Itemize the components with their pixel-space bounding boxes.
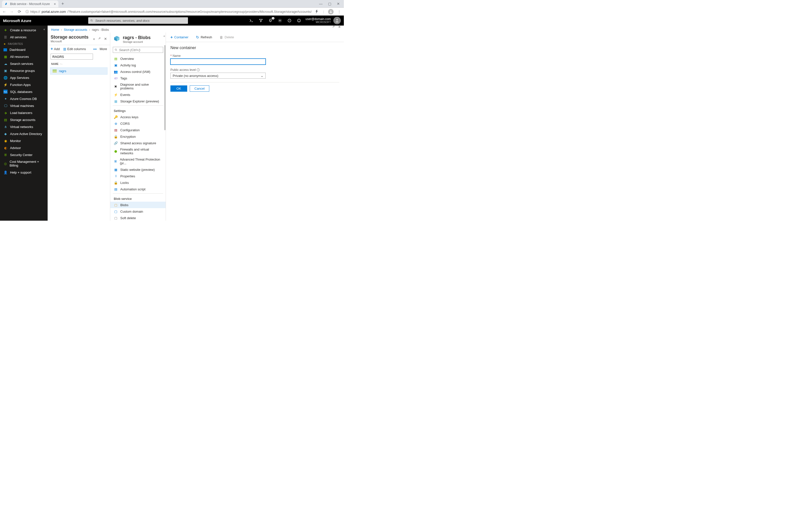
menu-atp[interactable]: ⛨Advanced Threat Protection (pr... xyxy=(110,156,166,166)
more-button[interactable]: ••• More xyxy=(93,47,107,51)
browser-profile-icon[interactable] xyxy=(328,9,334,15)
close-blade-icon[interactable]: ✕ xyxy=(104,37,107,41)
new-tab-button[interactable]: + xyxy=(61,1,64,6)
url-host: portal.azure.com xyxy=(42,10,66,14)
menu-encryption[interactable]: 🔒Encryption xyxy=(110,133,166,140)
menu-blobs[interactable]: ▢Blobs xyxy=(110,202,166,208)
menu-sas[interactable]: 🔗Shared access signature xyxy=(110,140,166,146)
content-pin-icon[interactable] xyxy=(332,25,335,29)
nav-cosmos-db[interactable]: ✦Azure Cosmos DB xyxy=(0,95,48,102)
add-button[interactable]: +Add xyxy=(51,47,60,51)
menu-configuration[interactable]: ▤Configuration xyxy=(110,127,166,133)
collapse-blade-icon[interactable]: « xyxy=(93,37,95,41)
name-label: Name xyxy=(173,54,181,58)
nav-all-services[interactable]: ☰ All services xyxy=(0,33,48,41)
column-header-name[interactable]: NAME xyxy=(51,63,59,65)
menu-activity-log[interactable]: ▣Activity log xyxy=(110,62,166,68)
tag-icon: 🏷 xyxy=(114,76,118,80)
firewall-icon: ⬣ xyxy=(114,149,118,153)
nav-function-apps[interactable]: ⚡Function Apps xyxy=(0,81,48,88)
settings-icon[interactable] xyxy=(278,18,282,23)
pin-icon[interactable] xyxy=(98,37,101,41)
cloud-shell-icon[interactable] xyxy=(249,18,254,23)
sidebar-collapse-icon[interactable]: « xyxy=(43,27,45,31)
info-icon[interactable]: i xyxy=(197,68,200,71)
nav-virtual-networks[interactable]: ⋔Virtual networks xyxy=(0,123,48,130)
user-tenant: MICROSOFT xyxy=(306,21,331,24)
nav-sql-databases[interactable]: SQLSQL databases xyxy=(0,88,48,95)
address-bar[interactable]: ⓘ https://portal.azure.com/?feature.cust… xyxy=(25,9,312,14)
nav-resource-groups[interactable]: ▣Resource groups xyxy=(0,67,48,74)
menu-cors[interactable]: ⊛CORS xyxy=(110,120,166,127)
nav-azure-ad[interactable]: ◆Azure Active Directory xyxy=(0,130,48,137)
directory-filter-icon[interactable] xyxy=(258,18,263,23)
cancel-button[interactable]: Cancel xyxy=(190,85,209,92)
menu-automation[interactable]: ▤Automation script xyxy=(110,186,166,192)
breadcrumb-home[interactable]: Home xyxy=(51,28,59,31)
resource-menu-search[interactable]: Search (Ctrl+/) xyxy=(113,47,163,53)
nav-dashboard[interactable]: Dashboard xyxy=(0,46,48,53)
nav-app-services[interactable]: 🌐App Services xyxy=(0,74,48,81)
browser-tab[interactable]: Blob service - Microsoft Azure × xyxy=(2,0,59,7)
menu-tags[interactable]: 🏷Tags xyxy=(110,75,166,82)
menu-firewalls[interactable]: ⬣Firewalls and virtual networks xyxy=(110,146,166,156)
nav-security-center[interactable]: ⛨Security Center xyxy=(0,151,48,158)
nav-search-services[interactable]: ☁Search services xyxy=(0,60,48,67)
content-close-icon[interactable]: ✕ xyxy=(338,25,341,29)
menu-static-website[interactable]: ▦Static website (preview) xyxy=(110,166,166,173)
global-search[interactable]: Search resources, services, and docs xyxy=(88,17,188,24)
overview-icon: ▤ xyxy=(114,56,118,61)
menu-iam[interactable]: 👥Access control (IAM) xyxy=(110,68,166,75)
menu-locks[interactable]: 🔒Locks xyxy=(110,179,166,186)
add-container-button[interactable]: + Container xyxy=(169,34,190,41)
scrollbar[interactable] xyxy=(164,45,166,130)
chevron-down-icon: ⌄ xyxy=(261,74,263,78)
back-icon[interactable]: ← xyxy=(2,9,6,14)
dashboard-icon xyxy=(3,48,7,51)
delete-button[interactable]: 🗑 Delete xyxy=(218,34,236,40)
reload-icon[interactable]: ⟳ xyxy=(17,9,22,14)
window-close-icon[interactable]: ✕ xyxy=(337,2,340,6)
tab-close-icon[interactable]: × xyxy=(54,2,56,6)
window-maximize-icon[interactable]: ▢ xyxy=(328,2,331,6)
nav-monitor[interactable]: ◉Monitor xyxy=(0,137,48,144)
global-search-placeholder: Search resources, services, and docs xyxy=(95,19,150,23)
menu-soft-delete[interactable]: ▢Soft delete xyxy=(110,215,166,221)
sort-icon[interactable]: ↑↓ xyxy=(60,63,62,65)
nav-all-resources[interactable]: ▦All resources xyxy=(0,53,48,60)
menu-properties[interactable]: ⦀Properties xyxy=(110,173,166,179)
access-level-select[interactable]: Private (no anonymous access) ⌄ xyxy=(170,73,266,78)
browser-menu-icon[interactable]: ⋮ xyxy=(337,10,341,14)
menu-diagnose[interactable]: ✖Diagnose and solve problems xyxy=(110,82,166,91)
storage-account-row[interactable]: ragrs xyxy=(50,67,108,75)
refresh-button[interactable]: ↻ Refresh xyxy=(195,34,214,41)
extension-icon[interactable] xyxy=(315,9,319,14)
notifications-icon[interactable]: 1 xyxy=(268,18,273,23)
nav-virtual-machines[interactable]: 🖵Virtual machines xyxy=(0,102,48,109)
azure-brand[interactable]: Microsoft Azure xyxy=(3,19,31,23)
nav-cost-mgmt[interactable]: ◎Cost Management + Billing xyxy=(0,158,48,169)
breadcrumb-storage-accounts[interactable]: Storage accounts xyxy=(64,28,87,31)
menu-custom-domain[interactable]: ▢Custom domain xyxy=(110,208,166,215)
nav-help-support[interactable]: 👤Help + support xyxy=(0,169,48,176)
menu-storage-explorer[interactable]: ▦Storage Explorer (preview) xyxy=(110,98,166,105)
feedback-icon[interactable] xyxy=(297,18,302,23)
edit-columns-button[interactable]: ▥ Edit columns xyxy=(63,47,86,51)
menu-events[interactable]: ⚡Events xyxy=(110,91,166,98)
window-minimize-icon[interactable]: — xyxy=(319,2,323,6)
storage-col-subtitle: Microsoft xyxy=(51,40,88,43)
menu-overview[interactable]: ▤Overview xyxy=(110,55,166,62)
storage-filter-input[interactable] xyxy=(51,53,93,60)
menu-access-keys[interactable]: 🔑Access keys xyxy=(110,114,166,120)
nav-storage-accounts[interactable]: ▤Storage accounts xyxy=(0,116,48,123)
user-menu[interactable]: user@domain.com MICROSOFT xyxy=(306,17,341,24)
content-collapse-icon[interactable]: « xyxy=(163,34,165,38)
nav-advisor[interactable]: ◐Advisor xyxy=(0,144,48,151)
container-name-input[interactable] xyxy=(170,59,266,65)
nav-load-balancers[interactable]: ⬗Load balancers xyxy=(0,109,48,116)
sql-icon: SQL xyxy=(3,90,7,94)
ok-button[interactable]: OK xyxy=(170,85,187,92)
forward-icon[interactable]: → xyxy=(9,9,14,14)
nav-create-resource[interactable]: ＋ Create a resource xyxy=(0,26,48,33)
help-icon[interactable]: ? xyxy=(287,18,292,23)
